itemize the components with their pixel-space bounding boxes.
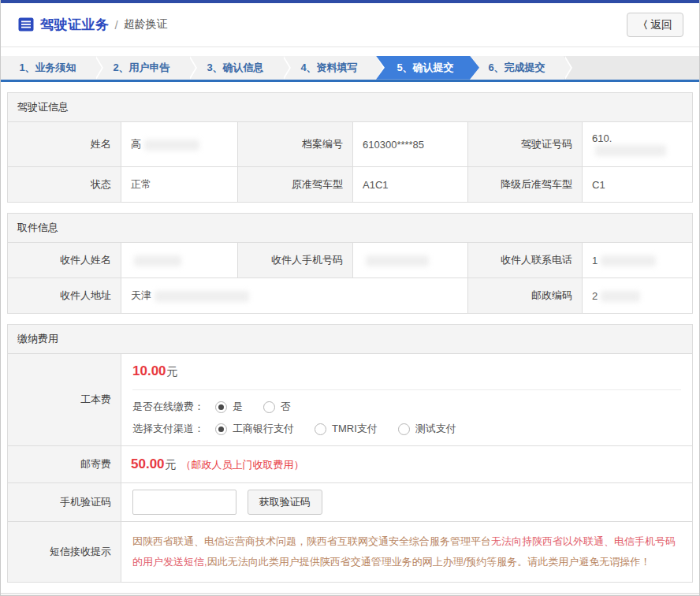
field-label-name: 姓名	[8, 121, 121, 167]
step-wizard: 1、业务须知 2、用户申告 3、确认信息 4、资料填写 5、确认提交 6、完成提…	[1, 56, 699, 82]
radio-label[interactable]: 是	[233, 400, 243, 414]
sms-notice-cell: 因陕西省联通、电信运营商技术问题，陕西省互联网交通安全综合服务管理平台无法向持陕…	[121, 522, 693, 583]
redacted-value	[144, 140, 199, 151]
field-value-recipient-mobile	[353, 243, 468, 278]
section-title-license-info: 驾驶证信息	[8, 92, 693, 121]
radio-icon[interactable]	[315, 423, 326, 435]
field-value-downgraded-vehicle-class: C1	[583, 167, 693, 203]
field-label-sms-notice: 短信接收提示	[8, 522, 121, 583]
field-label-production-fee: 工本费	[8, 354, 121, 446]
radio-icon[interactable]	[398, 423, 410, 435]
license-info-table: 驾驶证信息 姓名 高 档案编号 610300****85 驾驶证号码 610. …	[7, 92, 693, 203]
step-label: 2、用户申告	[113, 61, 169, 75]
radio-label[interactable]: TMRI支付	[332, 422, 378, 436]
back-button-label: 返回	[650, 18, 672, 31]
page-header: 驾驶证业务 / 超龄换证 〈返回	[1, 3, 699, 47]
production-fee-amount-line: 10.00元	[132, 363, 681, 379]
main-content: 驾驶证信息 姓名 高 档案编号 610300****85 驾驶证号码 610. …	[1, 82, 699, 594]
field-value-recipient-address: 天津	[121, 278, 468, 314]
redacted-value	[595, 145, 666, 156]
field-label-mailing-fee: 邮寄费	[8, 446, 121, 483]
table-row: 收件人地址 天津 邮政编码 2	[8, 278, 693, 314]
step-chevron-icon	[564, 56, 571, 80]
online-payment-option-row: 是否在线缴费： 是 否	[132, 400, 681, 414]
field-value-status: 正常	[121, 167, 238, 203]
field-value-recipient-name	[121, 243, 238, 278]
table-row: 姓名 高 档案编号 610300****85 驾驶证号码 610.	[8, 121, 693, 167]
payment-fees-table: 缴纳费用 工本费 10.00元 是否在线缴费： 是 否 选择支付渠道： 工商	[7, 324, 693, 583]
step-6-complete-submit[interactable]: 6、完成提交	[470, 56, 564, 80]
step-chevron-icon	[282, 56, 289, 80]
table-row: 邮寄费 50.00元（邮政人员上门收取费用）	[8, 446, 693, 483]
sms-notice-text-part3: 因此无法向此类用户提供陕西省交通管理业务的网上办理/预约等服务。请此类用户避免无…	[207, 556, 651, 568]
field-value-original-vehicle-class: A1C1	[353, 167, 468, 203]
step-2-user-declaration[interactable]: 2、用户申告	[95, 56, 188, 80]
back-button[interactable]: 〈返回	[627, 13, 683, 37]
field-label-license-number: 驾驶证号码	[468, 121, 583, 167]
payment-channel-question: 选择支付渠道：	[132, 422, 204, 436]
field-label-sms-code: 手机验证码	[8, 483, 121, 522]
step-label: 1、业务须知	[19, 61, 76, 75]
production-fee-amount: 10.00	[132, 363, 166, 378]
step-label: 3、确认信息	[207, 61, 263, 75]
step-label: 6、完成提交	[488, 61, 545, 75]
footer-action-bar: 上一步 完成	[1, 593, 699, 596]
field-value-license-number: 610.	[583, 121, 693, 167]
redacted-value	[601, 255, 656, 266]
page-title: 驾驶证业务	[40, 16, 110, 34]
radio-icon-selected[interactable]	[215, 423, 227, 435]
step-label: 5、确认提交	[397, 61, 453, 75]
pickup-info-table: 取件信息 收件人姓名 收件人手机号码 收件人联系电话 1 收件人地址 天津 邮政…	[7, 213, 693, 314]
radio-option-no[interactable]: 否	[263, 400, 291, 414]
field-label-file-number: 档案编号	[238, 121, 353, 167]
license-business-icon	[18, 17, 34, 32]
radio-option-tmri-pay[interactable]: TMRI支付	[315, 422, 378, 436]
section-title-payment-fees: 缴纳费用	[8, 325, 693, 354]
mailing-fee-unit: 元	[166, 458, 177, 471]
payment-channel-option-row: 选择支付渠道： 工商银行支付 TMRI支付 测试支付	[132, 422, 681, 436]
step-label: 4、资料填写	[300, 61, 357, 75]
field-label-recipient-address: 收件人地址	[8, 278, 121, 314]
get-code-button[interactable]: 获取验证码	[248, 490, 322, 515]
field-label-recipient-name: 收件人姓名	[8, 243, 121, 278]
back-chevron-icon: 〈	[638, 19, 648, 31]
mailing-fee-note: （邮政人员上门收取费用）	[181, 459, 304, 471]
field-label-recipient-phone: 收件人联系电话	[468, 243, 583, 278]
redacted-value	[366, 255, 429, 266]
step-5-confirm-submit-active[interactable]: 5、确认提交	[376, 56, 479, 80]
field-value-postal-code: 2	[583, 278, 693, 314]
radio-label[interactable]: 工商银行支付	[233, 422, 294, 436]
radio-label[interactable]: 否	[281, 400, 291, 414]
production-fee-unit: 元	[167, 365, 178, 378]
online-payment-question: 是否在线缴费：	[132, 400, 204, 414]
radio-option-yes[interactable]: 是	[215, 400, 243, 414]
field-label-recipient-mobile: 收件人手机号码	[238, 243, 353, 278]
redacted-value	[134, 255, 181, 266]
sms-code-cell: 获取验证码	[121, 483, 693, 522]
radio-option-icbc-pay[interactable]: 工商银行支付	[215, 422, 294, 436]
field-label-downgraded-vehicle-class: 降级后准驾车型	[468, 167, 583, 203]
table-row: 手机验证码 获取验证码	[8, 483, 693, 522]
field-label-status: 状态	[8, 167, 121, 203]
mailing-fee-cell: 50.00元（邮政人员上门收取费用）	[121, 446, 693, 483]
section-title-pickup-info: 取件信息	[8, 214, 693, 243]
breadcrumb-subtitle: 超龄换证	[124, 17, 168, 32]
step-4-fill-material[interactable]: 4、资料填写	[282, 56, 376, 80]
fee-divider	[132, 389, 681, 390]
steps-filler	[564, 56, 699, 80]
sms-notice-text-part1: 因陕西省联通、电信运营商技术问题，陕西省互联网交通安全综合服务管理平台	[132, 535, 491, 547]
sms-code-input[interactable]	[132, 490, 236, 515]
radio-icon-selected[interactable]	[215, 401, 227, 413]
page: 驾驶证业务 / 超龄换证 〈返回 1、业务须知 2、用户申告 3、确认信息 4、…	[0, 0, 700, 596]
step-1-business-notice[interactable]: 1、业务须知	[1, 56, 95, 80]
step-chevron-icon	[188, 56, 195, 80]
production-fee-cell: 10.00元 是否在线缴费： 是 否 选择支付渠道： 工商银行支付 TMRI支付…	[121, 354, 693, 446]
breadcrumb-separator: /	[115, 18, 118, 32]
table-row: 短信接收提示 因陕西省联通、电信运营商技术问题，陕西省互联网交通安全综合服务管理…	[8, 522, 693, 583]
step-chevron-icon	[95, 56, 102, 80]
radio-label[interactable]: 测试支付	[415, 422, 456, 436]
radio-option-test-pay[interactable]: 测试支付	[398, 422, 456, 436]
step-3-confirm-info[interactable]: 3、确认信息	[188, 56, 282, 80]
radio-icon[interactable]	[263, 401, 275, 413]
field-value-name: 高	[121, 121, 238, 167]
